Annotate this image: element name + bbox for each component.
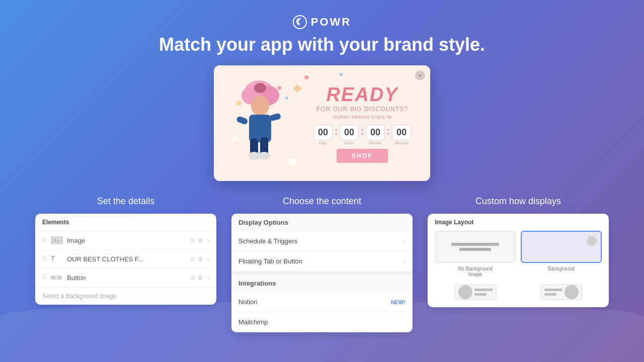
count-hours: 00 Hours <box>340 125 359 145</box>
svg-point-11 <box>258 152 270 160</box>
layout-options-row1: No BackgroundImage Background <box>428 231 609 284</box>
preview-illustration <box>224 73 299 173</box>
ready-text: READY <box>304 84 420 106</box>
layout-thumb-left <box>454 284 497 300</box>
delete-icon[interactable]: 🗑 <box>198 237 203 244</box>
notion-label: Notion <box>238 298 258 306</box>
layout-label-bg: Background <box>548 266 575 272</box>
expand-icon[interactable]: › <box>207 274 209 282</box>
svg-rect-18 <box>53 237 61 243</box>
layout-option-bg[interactable]: Background <box>521 231 602 277</box>
layout-option-right[interactable] <box>521 284 602 300</box>
thumb-bar-2 <box>459 248 491 251</box>
drag-handle-icon: ⠿ <box>42 255 47 262</box>
thumb2-dot-right <box>565 285 579 299</box>
schedule-triggers-row[interactable]: Schedule & Triggers › <box>231 231 413 251</box>
button-icon <box>51 274 63 282</box>
layout-option-no-bg[interactable]: No BackgroundImage <box>435 231 516 277</box>
count-days: 00 Days <box>313 125 333 145</box>
svg-point-14 <box>277 86 281 90</box>
thumb2-bar-3 <box>544 289 562 291</box>
bg-image-row[interactable]: Select a Background Image <box>35 287 216 305</box>
copy-icon[interactable]: ⧉ <box>191 256 195 262</box>
notion-row: Notion NEW! <box>231 292 413 312</box>
element-label-button: Button <box>67 274 187 282</box>
layout-label-no-bg: No BackgroundImage <box>458 266 493 277</box>
list-item: ⠿ T OUR BEST CLOTHES F... ⧉ 🗑 › <box>35 250 216 268</box>
text-icon: T <box>51 255 63 263</box>
thumb-dot <box>587 236 597 246</box>
center-heading: Choose the content <box>283 196 361 207</box>
panels-container: Set the details Elements ⠿ Image ⧉ 🗑 › <box>35 196 609 332</box>
deco-shape-4 <box>340 73 343 76</box>
element-actions: ⧉ 🗑 <box>191 237 203 244</box>
layout-thumb-no-bg <box>435 231 516 263</box>
svg-rect-12 <box>236 116 249 125</box>
page-wrapper: POWR Match your app with your brand styl… <box>0 0 644 332</box>
display-panel: Display Options Schedule & Triggers › Fl… <box>231 214 413 332</box>
thumb2-lines-left <box>474 289 493 296</box>
layout-options-row2 <box>428 284 609 307</box>
left-heading: Set the details <box>97 196 154 207</box>
thumb2-lines-right <box>544 289 562 296</box>
delete-icon[interactable]: 🗑 <box>198 275 203 281</box>
chevron-right-icon: › <box>404 257 406 265</box>
drag-handle-icon: ⠿ <box>42 237 47 244</box>
header: POWR Match your app with your brand styl… <box>159 15 485 55</box>
logo-text: POWR <box>311 16 351 29</box>
image-layout-header: Image Layout <box>428 214 609 231</box>
countdown: 00 Days : 00 Hours : 00 Minutes : <box>304 125 420 145</box>
close-button[interactable]: × <box>415 70 425 80</box>
integrations-header: Integrations <box>231 272 413 292</box>
element-actions: ⧉ 🗑 <box>191 256 203 262</box>
mailchimp-label: Mailchimp <box>238 318 268 326</box>
count-sep-2: : <box>361 126 364 137</box>
expand-icon[interactable]: › <box>207 255 209 263</box>
expand-icon[interactable]: › <box>207 237 209 244</box>
element-actions: ⧉ 🗑 <box>191 275 203 281</box>
floating-tab-row[interactable]: Floating Tab or Button › <box>231 251 413 272</box>
floating-tab-label: Floating Tab or Button <box>238 257 302 265</box>
layout-panel: Image Layout No BackgroundImage <box>428 214 609 307</box>
list-item: ⠿ Button ⧉ 🗑 › <box>35 268 216 287</box>
tagline: Match your app with your brand style. <box>159 34 485 55</box>
deco-shape-1 <box>304 75 308 79</box>
layout-option-left[interactable] <box>435 284 516 300</box>
thumb-bar-1 <box>451 243 499 246</box>
preview-inner: READY FOR OUR BIG DISCOUNTS? HURRY PROMO… <box>214 65 430 181</box>
thumb2-dot-left <box>458 285 472 299</box>
layout-thumb-right <box>540 284 583 300</box>
svg-point-16 <box>236 101 242 106</box>
svg-point-0 <box>293 16 306 29</box>
image-icon <box>51 236 63 244</box>
svg-point-17 <box>230 134 238 142</box>
powr-logo-icon <box>293 15 307 29</box>
shop-button[interactable]: SHOP <box>337 149 388 163</box>
display-options-header: Display Options <box>231 214 413 231</box>
element-label-image: Image <box>67 237 187 244</box>
svg-point-5 <box>251 96 269 116</box>
layout-thumb-bg <box>521 231 602 263</box>
discount-text: FOR OUR BIG DISCOUNTS? <box>304 106 420 113</box>
new-badge: NEW! <box>391 299 406 305</box>
count-sep-3: : <box>387 126 390 137</box>
right-panel-col: Custom how displays Image Layout No Back… <box>428 196 609 307</box>
delete-icon[interactable]: 🗑 <box>198 256 203 262</box>
svg-rect-7 <box>249 115 271 142</box>
svg-point-1 <box>299 18 300 20</box>
elements-header: Elements <box>35 214 216 231</box>
element-label-text: OUR BEST CLOTHES F... <box>67 255 187 263</box>
center-panel-col: Choose the content Display Options Sched… <box>231 196 413 332</box>
elements-panel: Elements ⠿ Image ⧉ 🗑 › ⠿ <box>35 214 216 305</box>
copy-icon[interactable]: ⧉ <box>191 237 195 244</box>
count-minutes: 00 Minutes <box>366 125 385 145</box>
mailchimp-row: Mailchimp <box>231 312 413 332</box>
copy-icon[interactable]: ⧉ <box>191 275 195 281</box>
svg-point-15 <box>285 97 288 100</box>
preview-card: READY FOR OUR BIG DISCOUNTS? HURRY PROMO… <box>214 65 430 181</box>
thumb2-bar-4 <box>544 293 556 296</box>
count-seconds: 00 Seconds <box>392 125 411 145</box>
logo-row: POWR <box>293 15 351 29</box>
left-panel-col: Set the details Elements ⠿ Image ⧉ 🗑 › <box>35 196 216 305</box>
right-heading: Custom how displays <box>475 196 561 207</box>
